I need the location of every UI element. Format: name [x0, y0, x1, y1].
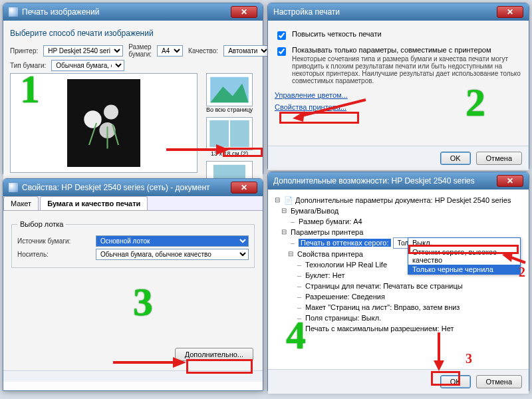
media-label: Носитель: — [17, 251, 90, 258]
svg-rect-6 — [209, 120, 229, 147]
tray-group: Выбор лотка Источник бумаги: Основной ло… — [11, 220, 255, 268]
tree-layout-dir[interactable]: Макет "Страниц на лист": Вправо, затем в… — [288, 302, 522, 313]
printer-select[interactable]: HP Deskjet 2540 series (сеть) — [43, 45, 123, 57]
tree-pages[interactable]: Страницы для печати: Печатать все страни… — [288, 281, 522, 291]
printer-label: Принтер: — [10, 47, 38, 55]
tree-paper[interactable]: Бумага/Вывод — [281, 205, 522, 216]
close-icon[interactable]: ✕ — [497, 6, 523, 18]
annotation-highlight — [431, 371, 460, 386]
printer-icon — [9, 183, 18, 192]
cancel-button[interactable]: Отмена — [476, 375, 522, 388]
paper-label: Размер бумаги: — [128, 43, 152, 58]
grayscale-dropdown[interactable]: Выкл. Оттенки серого, высокое качество Т… — [408, 237, 521, 275]
compat-checkbox[interactable] — [277, 47, 286, 56]
quality-label: Качество: — [188, 47, 218, 55]
printer-properties-link[interactable]: Свойства принтера... — [275, 103, 346, 111]
source-label: Источник бумаги: — [17, 237, 90, 245]
color-management-link[interactable]: Управление цветом... — [275, 91, 348, 99]
source-select[interactable]: Основной лоток — [96, 235, 249, 247]
titlebar: Настройка печати ✕ — [268, 3, 529, 21]
preview-photo — [67, 80, 140, 166]
layout-option[interactable] — [206, 117, 253, 150]
tab-layout[interactable]: Макет — [3, 196, 39, 210]
annotation-highlight — [279, 112, 359, 124]
print-settings-dialog: Настройка печати ✕ Повысить четкость печ… — [267, 3, 529, 169]
compat-label: Показывать только параметры, совместимые… — [292, 46, 522, 54]
annotation-subnumber: 2 — [519, 265, 525, 280]
svg-point-2 — [104, 105, 118, 120]
sharpen-label: Повысить четкость печати — [292, 30, 382, 38]
window-title: Печать изображений — [22, 7, 99, 17]
svg-point-1 — [84, 110, 101, 128]
close-icon[interactable]: ✕ — [231, 6, 257, 18]
quality-select[interactable]: Автоматически — [223, 45, 270, 57]
window-title: Свойства: HP Deskjet 2540 series (сеть) … — [22, 183, 210, 192]
tray-legend: Выбор лотка — [17, 220, 66, 228]
annotation-highlight — [223, 148, 263, 157]
dropdown-option[interactable]: Только черные чернила — [408, 265, 520, 274]
print-preview — [10, 73, 198, 173]
media-select[interactable]: Обычная бумага, обычное качество — [96, 249, 249, 260]
tree-resolution[interactable]: Разрешение: Сведения — [288, 291, 522, 302]
svg-rect-0 — [67, 79, 140, 167]
svg-rect-7 — [230, 120, 249, 147]
layout-option[interactable] — [206, 73, 253, 106]
grayscale-label: Печать в оттенках серого: — [299, 239, 391, 247]
paper-select[interactable]: A4 — [157, 45, 183, 57]
advanced-options-dialog: Дополнительные возможности: HP Deskjet 2… — [267, 172, 529, 391]
printer-icon — [9, 7, 18, 17]
tree-root[interactable]: 📄 Дополнительные параметры документа: HP… — [275, 195, 522, 205]
type-select[interactable]: Обычная бумага, обы — [51, 60, 124, 71]
tree-paper-size[interactable]: Размер бумаги: A4 — [281, 216, 522, 227]
instruction-text: Выберите способ печати изображений — [10, 29, 256, 38]
close-icon[interactable]: ✕ — [497, 175, 523, 187]
layout-label: Во всю страницу — [203, 106, 256, 113]
cancel-button[interactable]: Отмена — [476, 152, 522, 165]
tabstrip: Макет Бумага и качество печати — [3, 196, 263, 211]
tree-printer-params[interactable]: Параметры принтера — [281, 227, 522, 237]
titlebar: Дополнительные возможности: HP Deskjet 2… — [268, 172, 529, 190]
annotation-subnumber: 3 — [466, 351, 472, 366]
window-title: Дополнительные возможности: HP Deskjet 2… — [273, 176, 475, 186]
titlebar: Свойства: HP Deskjet 2540 series (сеть) … — [3, 179, 263, 196]
window-title: Настройка печати — [273, 7, 340, 17]
close-icon[interactable]: ✕ — [231, 182, 257, 194]
tab-paper-quality[interactable]: Бумага и качество печати — [40, 196, 148, 210]
annotation-highlight — [186, 359, 253, 374]
tree-maxres[interactable]: Печать с максимальным разрешением: Нет — [288, 323, 522, 334]
annotation-highlight — [408, 245, 519, 254]
type-label: Тип бумаги: — [10, 62, 46, 69]
titlebar: Печать изображений ✕ — [3, 3, 263, 21]
tree-margins[interactable]: Поля страницы: Выкл. — [288, 313, 522, 323]
sharpen-checkbox[interactable] — [277, 31, 286, 40]
ok-button[interactable]: OK — [440, 152, 471, 165]
compat-note: Некоторые сочетания типа и размера бумаг… — [292, 55, 522, 84]
